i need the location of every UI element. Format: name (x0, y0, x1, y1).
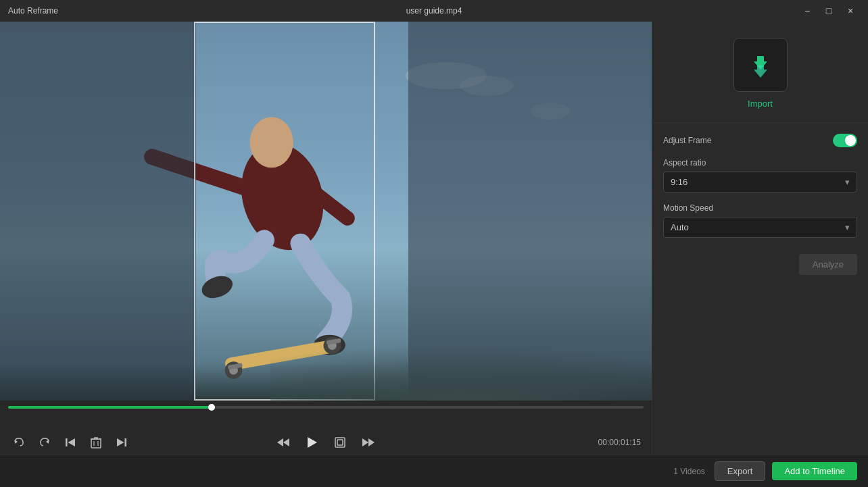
svg-marker-26 (308, 437, 317, 448)
svg-rect-22 (125, 438, 127, 446)
aspect-ratio-select[interactable]: 9:16 ▾ (663, 172, 857, 193)
svg-marker-29 (362, 438, 368, 446)
play-button[interactable] (304, 434, 320, 451)
svg-rect-27 (335, 438, 345, 447)
video-panel: 00:00:01:15 (0, 22, 652, 455)
settings-section: Adjust Frame Aspect ratio 9:16 ▾ (652, 123, 868, 455)
app-title: Auto Reframe (8, 6, 58, 16)
videos-count: 1 Videos (673, 467, 704, 476)
skip-to-start-button[interactable] (62, 434, 78, 451)
background-hill (270, 347, 652, 401)
motion-speed-chevron: ▾ (845, 222, 850, 232)
svg-marker-16 (68, 438, 76, 446)
file-name: user guide.mp4 (406, 6, 462, 16)
svg-marker-25 (277, 438, 283, 446)
svg-point-4 (199, 272, 236, 302)
svg-marker-32 (754, 66, 767, 78)
close-button[interactable]: × (841, 4, 860, 18)
svg-rect-17 (91, 439, 101, 448)
aspect-ratio-chevron: ▾ (845, 177, 850, 187)
toggle-knob (845, 135, 856, 146)
import-icon (744, 48, 777, 82)
svg-rect-15 (66, 438, 68, 446)
center-controls (275, 434, 377, 451)
titlebar: Auto Reframe user guide.mp4 − □ × (0, 0, 868, 22)
svg-marker-23 (117, 438, 124, 446)
right-panel: Import Adjust Frame Aspect ratio 9:16 (652, 22, 868, 455)
svg-marker-13 (15, 440, 18, 444)
svg-marker-30 (368, 438, 375, 446)
adjust-frame-label: Adjust Frame (663, 134, 857, 147)
aspect-ratio-label: Aspect ratio (663, 158, 857, 168)
svg-rect-28 (337, 440, 343, 445)
skip-to-end-button[interactable] (114, 434, 130, 451)
svg-marker-14 (46, 440, 49, 444)
svg-point-1 (250, 117, 293, 168)
adjust-frame-row: Adjust Frame (663, 134, 857, 147)
progress-area[interactable] (0, 406, 652, 409)
dark-overlay-right (408, 22, 652, 401)
dark-overlay-left (0, 22, 196, 401)
maximize-button[interactable]: □ (819, 4, 838, 18)
add-to-timeline-button[interactable]: Add to Timeline (772, 462, 857, 480)
fit-button[interactable] (332, 434, 348, 451)
delete-button[interactable] (88, 434, 104, 451)
progress-fill (8, 406, 212, 409)
analyze-button[interactable]: Analyze (799, 254, 857, 275)
main-content: 00:00:01:15 Import Adjust (0, 22, 868, 455)
import-icon-wrap[interactable] (733, 38, 788, 92)
export-button[interactable]: Export (715, 461, 766, 481)
progress-thumb (208, 404, 215, 411)
video-display (0, 22, 652, 401)
redo-button[interactable] (37, 434, 53, 451)
motion-speed-row: Motion Speed Auto ▾ (663, 203, 857, 238)
svg-marker-24 (283, 438, 289, 446)
undo-button[interactable] (11, 434, 27, 451)
aspect-ratio-row: Aspect ratio 9:16 ▾ (663, 158, 857, 193)
video-canvas (0, 22, 652, 401)
time-display: 00:00:01:15 (598, 438, 641, 447)
controls-bar: 00:00:01:15 (0, 401, 652, 455)
step-back-button[interactable] (275, 434, 291, 451)
import-label[interactable]: Import (748, 99, 773, 109)
left-controls (11, 434, 130, 451)
minimize-button[interactable]: − (798, 4, 817, 18)
playback-controls: 00:00:01:15 (0, 434, 652, 451)
adjust-frame-toggle[interactable] (833, 134, 857, 147)
motion-speed-select[interactable]: Auto ▾ (663, 217, 857, 238)
import-section: Import (652, 22, 868, 123)
bottom-bar: 1 Videos Export Add to Timeline (0, 455, 868, 487)
window-controls: − □ × (798, 4, 860, 18)
motion-speed-label: Motion Speed (663, 203, 857, 213)
progress-track[interactable] (8, 406, 644, 409)
step-forward-button[interactable] (360, 434, 377, 451)
